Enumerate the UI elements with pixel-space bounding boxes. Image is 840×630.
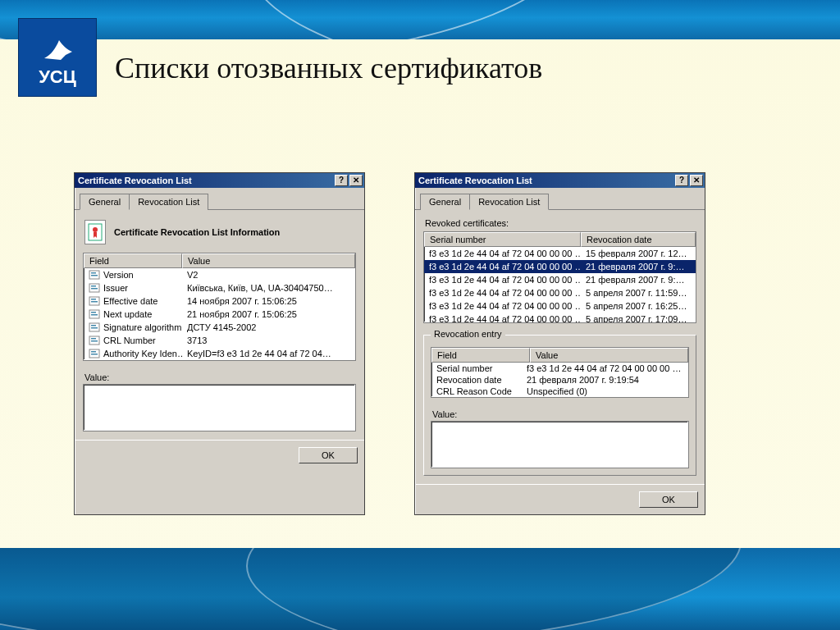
field-icon xyxy=(89,322,100,332)
svg-rect-19 xyxy=(91,340,98,342)
list-row[interactable]: VersionV2 xyxy=(84,268,355,281)
crl-dialog-revlist: Certificate Revocation List ? ✕ General … xyxy=(414,172,705,515)
list-row[interactable]: f3 e3 1d 2e 44 04 af 72 04 00 00 00 …5 а… xyxy=(424,286,696,299)
titlebar[interactable]: Certificate Revocation List ? ✕ xyxy=(415,173,705,188)
close-button[interactable]: ✕ xyxy=(690,175,703,186)
usc-logo: УСЦ xyxy=(18,18,97,97)
svg-rect-18 xyxy=(91,338,96,340)
svg-rect-13 xyxy=(91,314,98,316)
crl-dialog-general: Certificate Revocation List ? ✕ General … xyxy=(74,172,365,515)
slide-top-banner xyxy=(0,0,840,39)
revocation-entry-listview[interactable]: Field Value Serial numberf3 e3 1d 2e 44 … xyxy=(431,347,689,398)
tab-revocation-list[interactable]: Revocation List xyxy=(129,194,208,210)
list-row[interactable]: CRL Number3713 xyxy=(84,334,355,347)
svg-rect-12 xyxy=(91,312,96,313)
window-title: Certificate Revocation List xyxy=(78,176,192,185)
svg-rect-6 xyxy=(91,285,96,287)
crl-fields-listview[interactable]: Field Value VersionV2IssuerКиївська, Киї… xyxy=(83,253,356,361)
list-row[interactable]: Revocation date21 февраля 2007 г. 9:19:5… xyxy=(431,374,688,386)
field-icon xyxy=(89,309,100,319)
bird-icon xyxy=(39,30,75,63)
field-icon xyxy=(89,349,100,358)
column-serial[interactable]: Serial number xyxy=(424,232,581,247)
column-field[interactable]: Field xyxy=(84,253,182,268)
list-row[interactable]: f3 e3 1d 2e 44 04 af 72 04 00 00 00 …5 а… xyxy=(424,299,696,313)
svg-rect-21 xyxy=(91,351,96,353)
tab-general[interactable]: General xyxy=(80,194,130,210)
slide-bottom-banner xyxy=(0,548,840,630)
revoked-certs-label: Revoked certificates: xyxy=(425,218,696,228)
crl-info-heading: Certificate Revocation List Information xyxy=(84,220,356,244)
column-revdate[interactable]: Revocation date xyxy=(581,232,696,247)
svg-rect-22 xyxy=(91,354,98,355)
close-button[interactable]: ✕ xyxy=(349,175,363,186)
titlebar[interactable]: Certificate Revocation List ? ✕ xyxy=(75,173,364,188)
list-row[interactable]: CRL Reason CodeUnspecified (0) xyxy=(431,386,688,397)
field-icon xyxy=(89,336,100,345)
svg-rect-3 xyxy=(91,272,96,274)
list-row[interactable]: f3 e3 1d 2e 44 04 af 72 04 00 00 00 …15 … xyxy=(424,247,696,260)
list-row[interactable]: f3 e3 1d 2e 44 04 af 72 04 00 00 00 …21 … xyxy=(424,273,696,286)
column-value[interactable]: Value xyxy=(182,253,355,268)
svg-rect-7 xyxy=(91,288,98,290)
svg-rect-15 xyxy=(91,325,96,326)
list-row[interactable]: Effective date14 ноября 2007 г. 15:06:25 xyxy=(84,294,355,308)
list-row[interactable]: IssuerКиївська, Київ, UA, UA-30404750… xyxy=(84,281,355,294)
list-row[interactable]: f3 e3 1d 2e 44 04 af 72 04 00 00 00 …21 … xyxy=(424,260,696,273)
list-row[interactable]: Next update21 ноября 2007 г. 15:06:25 xyxy=(84,308,355,321)
svg-rect-4 xyxy=(91,275,98,276)
list-row[interactable]: Authority Key Iden…KeyID=f3 e3 1d 2e 44 … xyxy=(84,347,355,360)
list-row[interactable]: Serial numberf3 e3 1d 2e 44 04 af 72 04 … xyxy=(431,363,688,374)
revoked-certs-listview[interactable]: Serial number Revocation date f3 e3 1d 2… xyxy=(423,231,696,323)
tab-general[interactable]: General xyxy=(420,194,470,210)
revocation-entry-group: Revocation entry Field Value Serial numb… xyxy=(423,335,696,476)
slide-title: Списки отозванных сертификатов xyxy=(115,51,542,85)
value-textbox[interactable] xyxy=(83,384,356,431)
value-label: Value: xyxy=(84,372,354,382)
logo-text: УСЦ xyxy=(39,66,76,88)
list-row[interactable]: Signature algorithmДСТУ 4145-2002 xyxy=(84,321,355,334)
help-button[interactable]: ? xyxy=(335,175,348,186)
field-icon xyxy=(89,270,100,280)
value-textbox[interactable] xyxy=(431,421,689,468)
tabstrip: General Revocation List xyxy=(415,188,705,210)
svg-point-1 xyxy=(93,227,98,232)
column-value[interactable]: Value xyxy=(530,348,688,363)
ok-button[interactable]: OK xyxy=(299,447,358,463)
ok-button[interactable]: OK xyxy=(639,491,698,508)
svg-rect-9 xyxy=(91,299,96,300)
column-field[interactable]: Field xyxy=(431,348,530,363)
window-title: Certificate Revocation List xyxy=(418,176,532,185)
tabstrip: General Revocation List xyxy=(75,188,364,210)
list-row[interactable]: f3 e3 1d 2e 44 04 af 72 04 00 00 00 …5 а… xyxy=(424,313,696,322)
help-button[interactable]: ? xyxy=(675,175,688,186)
svg-rect-16 xyxy=(91,327,98,329)
field-icon xyxy=(89,283,100,293)
field-icon xyxy=(89,296,100,306)
certificate-icon xyxy=(84,220,106,244)
value-label: Value: xyxy=(432,409,687,419)
svg-rect-10 xyxy=(91,301,98,303)
tab-revocation-list[interactable]: Revocation List xyxy=(469,194,549,210)
